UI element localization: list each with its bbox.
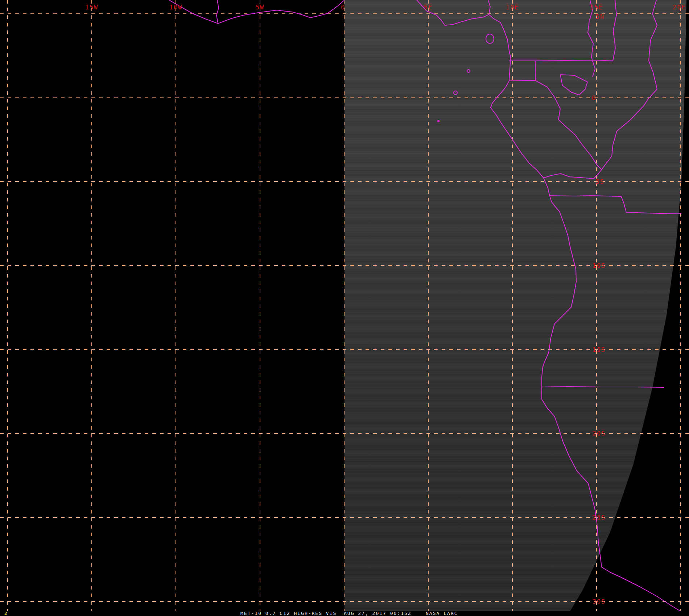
island-bioko xyxy=(486,34,494,43)
timestamp-label: AUG 27, 2017 00:15Z xyxy=(344,611,412,616)
island-principe xyxy=(467,70,470,72)
coastline-path xyxy=(588,0,595,77)
longitude-label: 10E xyxy=(506,4,519,11)
latitude-label: 20S xyxy=(593,430,606,437)
caption-gap-2 xyxy=(412,611,426,616)
latitude-label: 5N xyxy=(596,13,605,20)
latitude-label: 0 xyxy=(592,94,596,101)
latitude-label: 25S xyxy=(593,514,606,521)
latitude-label: 30S xyxy=(593,598,606,605)
satellite-image-viewport: 15W10W5W05E10E15E20E5N05S10S15S20S25S30S… xyxy=(0,0,689,616)
caption-bar: MET-10 0.7 C12 HIGH-RES VIS AUG 27, 2017… xyxy=(0,611,689,616)
latitude-label: 15S xyxy=(593,346,606,353)
credit-label: NASA LARC xyxy=(426,611,458,616)
map-overlay: 15W10W5W05E10E15E20E5N05S10S15S20S25S30S xyxy=(0,0,689,616)
longitude-label: 0 xyxy=(341,4,345,11)
longitude-label: 20E xyxy=(673,4,686,11)
latitude-label: 10S xyxy=(593,262,606,269)
longitude-label: 5W xyxy=(256,4,264,11)
island-annobon xyxy=(438,120,439,122)
caption-text: MET-10 0.7 C12 HIGH-RES VIS AUG 27, 2017… xyxy=(240,611,458,616)
longitude-label: 5E xyxy=(424,4,433,11)
coastline-path xyxy=(542,387,664,387)
coastline-path xyxy=(488,0,490,14)
coastline-path xyxy=(560,75,587,95)
coastline-path xyxy=(535,80,602,170)
coastline-path xyxy=(544,170,602,178)
coastline-path xyxy=(535,0,616,61)
coastline-path xyxy=(509,61,535,81)
coastline-path xyxy=(216,0,219,24)
latitude-label: 5S xyxy=(596,178,605,185)
longitude-label: 15E xyxy=(590,4,603,11)
coastline-path xyxy=(549,196,681,214)
frame-counter: 2 xyxy=(4,611,7,616)
island-sao-tome xyxy=(454,91,457,95)
coastline-path xyxy=(602,0,657,170)
coastline-path xyxy=(417,0,681,611)
caption-gap-1 xyxy=(337,611,344,616)
longitude-label: 10W xyxy=(169,4,183,11)
longitude-label: 15W xyxy=(85,4,99,11)
product-label: MET-10 0.7 C12 HIGH-RES VIS xyxy=(240,611,337,616)
